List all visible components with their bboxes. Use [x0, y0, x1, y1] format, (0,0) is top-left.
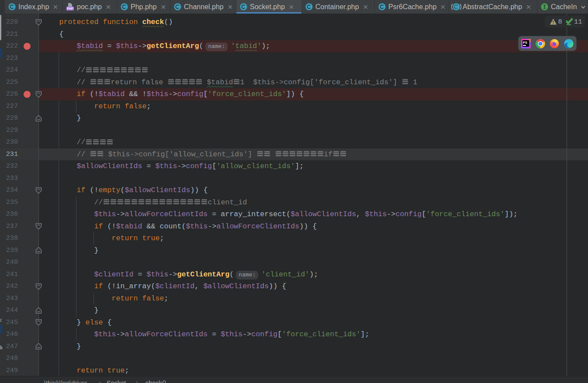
svg-text:PHP: PHP	[67, 7, 73, 10]
